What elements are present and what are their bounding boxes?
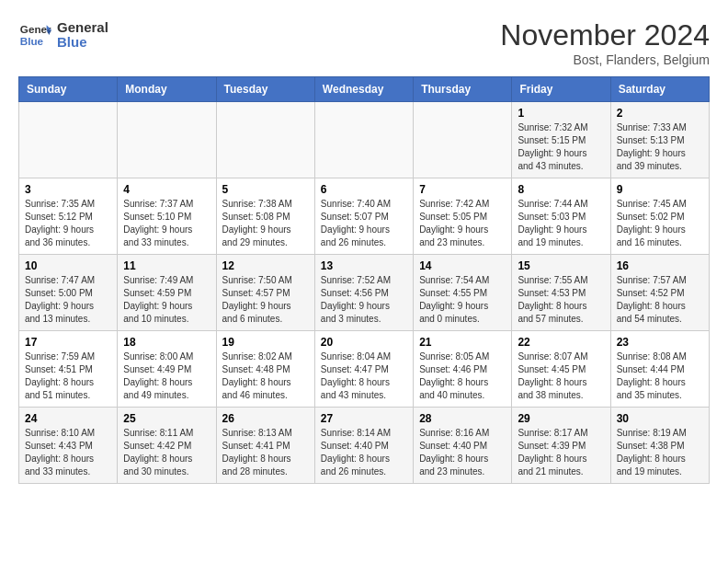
day-number: 17 (25, 336, 111, 349)
day-number: 10 (25, 259, 111, 272)
calendar-day-cell (19, 102, 118, 178)
day-info: Sunrise: 8:05 AM Sunset: 4:46 PM Dayligh… (419, 350, 506, 402)
svg-text:Blue: Blue (20, 35, 44, 47)
calendar-day-cell: 16Sunrise: 7:57 AM Sunset: 4:52 PM Dayli… (610, 255, 709, 331)
weekday-header: Sunday (19, 77, 118, 102)
logo-line2: Blue (57, 35, 108, 51)
location-subtitle: Bost, Flanders, Belgium (500, 52, 710, 67)
calendar-day-cell: 6Sunrise: 7:40 AM Sunset: 5:07 PM Daylig… (314, 178, 413, 255)
logo-icon: General Blue (18, 18, 51, 52)
day-number: 29 (518, 412, 604, 425)
calendar-day-cell (414, 102, 512, 178)
calendar-day-cell: 22Sunrise: 8:07 AM Sunset: 4:45 PM Dayli… (512, 331, 610, 408)
calendar-table: SundayMondayTuesdayWednesdayThursdayFrid… (18, 76, 710, 484)
calendar-day-cell (216, 102, 314, 178)
calendar-day-cell: 23Sunrise: 8:08 AM Sunset: 4:44 PM Dayli… (610, 331, 709, 408)
day-number: 24 (25, 412, 111, 425)
calendar-day-cell: 17Sunrise: 7:59 AM Sunset: 4:51 PM Dayli… (19, 331, 118, 408)
day-info: Sunrise: 7:44 AM Sunset: 5:03 PM Dayligh… (518, 198, 604, 249)
day-number: 1 (518, 107, 604, 120)
logo-line1: General (57, 20, 108, 36)
day-info: Sunrise: 7:57 AM Sunset: 4:52 PM Dayligh… (617, 274, 703, 326)
day-number: 26 (222, 412, 309, 425)
page-header: General Blue General Blue November 2024 … (18, 18, 710, 67)
day-number: 12 (222, 259, 309, 272)
calendar-day-cell: 30Sunrise: 8:19 AM Sunset: 4:38 PM Dayli… (610, 408, 709, 484)
calendar-day-cell: 9Sunrise: 7:45 AM Sunset: 5:02 PM Daylig… (610, 178, 709, 255)
calendar-week-row: 3Sunrise: 7:35 AM Sunset: 5:12 PM Daylig… (19, 178, 710, 255)
day-info: Sunrise: 7:35 AM Sunset: 5:12 PM Dayligh… (25, 198, 111, 249)
day-number: 20 (321, 336, 407, 349)
day-info: Sunrise: 8:07 AM Sunset: 4:45 PM Dayligh… (518, 350, 604, 402)
calendar-week-row: 24Sunrise: 8:10 AM Sunset: 4:43 PM Dayli… (19, 408, 710, 484)
day-number: 16 (617, 259, 703, 272)
calendar-day-cell: 18Sunrise: 8:00 AM Sunset: 4:49 PM Dayli… (118, 331, 216, 408)
day-info: Sunrise: 7:47 AM Sunset: 5:00 PM Dayligh… (25, 274, 111, 326)
day-number: 9 (617, 183, 703, 196)
calendar-day-cell: 12Sunrise: 7:50 AM Sunset: 4:57 PM Dayli… (216, 255, 314, 331)
weekday-header-row: SundayMondayTuesdayWednesdayThursdayFrid… (19, 77, 710, 102)
day-number: 19 (222, 336, 309, 349)
day-info: Sunrise: 7:40 AM Sunset: 5:07 PM Dayligh… (321, 198, 407, 249)
calendar-day-cell (314, 102, 413, 178)
day-info: Sunrise: 7:49 AM Sunset: 4:59 PM Dayligh… (123, 274, 210, 326)
calendar-day-cell: 7Sunrise: 7:42 AM Sunset: 5:05 PM Daylig… (414, 178, 512, 255)
day-number: 2 (617, 107, 703, 120)
calendar-week-row: 10Sunrise: 7:47 AM Sunset: 5:00 PM Dayli… (19, 255, 710, 331)
day-number: 23 (617, 336, 703, 349)
weekday-header: Saturday (610, 77, 709, 102)
calendar-day-cell: 4Sunrise: 7:37 AM Sunset: 5:10 PM Daylig… (118, 178, 216, 255)
day-info: Sunrise: 7:59 AM Sunset: 4:51 PM Dayligh… (25, 350, 111, 402)
weekday-header: Monday (118, 77, 216, 102)
day-number: 21 (419, 336, 506, 349)
calendar-day-cell: 15Sunrise: 7:55 AM Sunset: 4:53 PM Dayli… (512, 255, 610, 331)
calendar-week-row: 17Sunrise: 7:59 AM Sunset: 4:51 PM Dayli… (19, 331, 710, 408)
day-info: Sunrise: 8:13 AM Sunset: 4:41 PM Dayligh… (222, 427, 309, 478)
calendar-day-cell: 25Sunrise: 8:11 AM Sunset: 4:42 PM Dayli… (118, 408, 216, 484)
weekday-header: Friday (512, 77, 610, 102)
day-info: Sunrise: 7:42 AM Sunset: 5:05 PM Dayligh… (419, 198, 506, 249)
day-info: Sunrise: 8:04 AM Sunset: 4:47 PM Dayligh… (321, 350, 407, 402)
calendar-day-cell (118, 102, 216, 178)
day-number: 22 (518, 336, 604, 349)
day-number: 30 (617, 412, 703, 425)
calendar-day-cell: 19Sunrise: 8:02 AM Sunset: 4:48 PM Dayli… (216, 331, 314, 408)
calendar-day-cell: 20Sunrise: 8:04 AM Sunset: 4:47 PM Dayli… (314, 331, 413, 408)
day-number: 14 (419, 259, 506, 272)
day-info: Sunrise: 7:33 AM Sunset: 5:13 PM Dayligh… (617, 121, 703, 173)
day-number: 11 (123, 259, 210, 272)
day-info: Sunrise: 8:17 AM Sunset: 4:39 PM Dayligh… (518, 427, 604, 478)
day-info: Sunrise: 8:16 AM Sunset: 4:40 PM Dayligh… (419, 427, 506, 478)
calendar-day-cell: 13Sunrise: 7:52 AM Sunset: 4:56 PM Dayli… (314, 255, 413, 331)
day-info: Sunrise: 7:45 AM Sunset: 5:02 PM Dayligh… (617, 198, 703, 249)
calendar-day-cell: 1Sunrise: 7:32 AM Sunset: 5:15 PM Daylig… (512, 102, 610, 178)
calendar-day-cell: 2Sunrise: 7:33 AM Sunset: 5:13 PM Daylig… (610, 102, 709, 178)
day-number: 8 (518, 183, 604, 196)
day-info: Sunrise: 8:10 AM Sunset: 4:43 PM Dayligh… (25, 427, 111, 478)
day-number: 15 (518, 259, 604, 272)
calendar-day-cell: 3Sunrise: 7:35 AM Sunset: 5:12 PM Daylig… (19, 178, 118, 255)
day-info: Sunrise: 7:54 AM Sunset: 4:55 PM Dayligh… (419, 274, 506, 326)
day-info: Sunrise: 7:52 AM Sunset: 4:56 PM Dayligh… (321, 274, 407, 326)
calendar-body: 1Sunrise: 7:32 AM Sunset: 5:15 PM Daylig… (19, 102, 710, 484)
day-number: 18 (123, 336, 210, 349)
day-info: Sunrise: 8:08 AM Sunset: 4:44 PM Dayligh… (617, 350, 703, 402)
day-number: 3 (25, 183, 111, 196)
weekday-header: Wednesday (314, 77, 413, 102)
weekday-header: Tuesday (216, 77, 314, 102)
calendar-day-cell: 21Sunrise: 8:05 AM Sunset: 4:46 PM Dayli… (414, 331, 512, 408)
day-number: 25 (123, 412, 210, 425)
calendar-day-cell: 28Sunrise: 8:16 AM Sunset: 4:40 PM Dayli… (414, 408, 512, 484)
day-number: 5 (222, 183, 309, 196)
day-info: Sunrise: 8:14 AM Sunset: 4:40 PM Dayligh… (321, 427, 407, 478)
day-info: Sunrise: 7:37 AM Sunset: 5:10 PM Dayligh… (123, 198, 210, 249)
day-number: 27 (321, 412, 407, 425)
calendar-day-cell: 24Sunrise: 8:10 AM Sunset: 4:43 PM Dayli… (19, 408, 118, 484)
calendar-day-cell: 11Sunrise: 7:49 AM Sunset: 4:59 PM Dayli… (118, 255, 216, 331)
calendar-day-cell: 29Sunrise: 8:17 AM Sunset: 4:39 PM Dayli… (512, 408, 610, 484)
calendar-week-row: 1Sunrise: 7:32 AM Sunset: 5:15 PM Daylig… (19, 102, 710, 178)
day-info: Sunrise: 8:02 AM Sunset: 4:48 PM Dayligh… (222, 350, 309, 402)
day-number: 7 (419, 183, 506, 196)
day-number: 13 (321, 259, 407, 272)
day-info: Sunrise: 7:38 AM Sunset: 5:08 PM Dayligh… (222, 198, 309, 249)
